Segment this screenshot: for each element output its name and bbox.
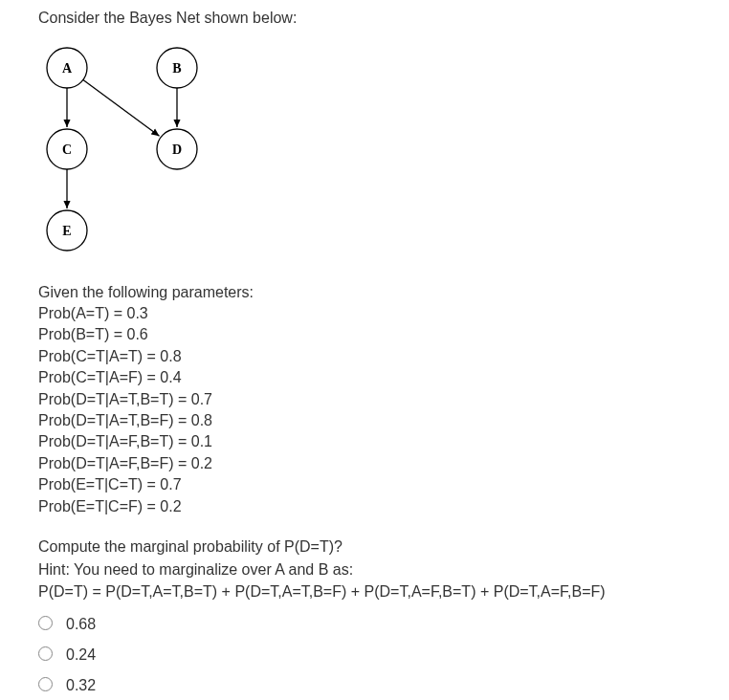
param-line: Prob(C=T|A=F) = 0.4 bbox=[38, 367, 691, 388]
param-line: Prob(D=T|A=T,B=T) = 0.7 bbox=[38, 389, 691, 410]
svg-text:A: A bbox=[62, 61, 73, 76]
param-line: Prob(D=T|A=F,B=F) = 0.2 bbox=[38, 453, 691, 474]
options-group: 0.680.240.320.76 bbox=[38, 616, 691, 700]
svg-text:B: B bbox=[172, 61, 181, 76]
param-line: Prob(D=T|A=F,B=T) = 0.1 bbox=[38, 431, 691, 452]
option-label: 0.32 bbox=[66, 677, 96, 694]
option-radio[interactable] bbox=[38, 646, 53, 661]
param-line: Prob(C=T|A=T) = 0.8 bbox=[38, 346, 691, 367]
param-line: Prob(D=T|A=T,B=F) = 0.8 bbox=[38, 410, 691, 431]
hint-line-1: Hint: You need to marginalize over A and… bbox=[38, 558, 691, 580]
svg-text:C: C bbox=[62, 142, 72, 157]
param-line: Prob(B=T) = 0.6 bbox=[38, 324, 691, 345]
option-row: 0.24 bbox=[38, 646, 691, 664]
bayes-net-diagram: ABCDE bbox=[38, 44, 691, 259]
compute-question: Compute the marginal probability of P(D=… bbox=[38, 538, 691, 556]
option-radio[interactable] bbox=[38, 677, 53, 691]
option-radio[interactable] bbox=[38, 616, 53, 630]
params-heading: Given the following parameters: bbox=[38, 284, 691, 301]
option-label: 0.68 bbox=[66, 616, 96, 633]
svg-text:E: E bbox=[62, 224, 71, 238]
option-row: 0.32 bbox=[38, 677, 691, 694]
question-prompt: Consider the Bayes Net shown below: bbox=[38, 10, 691, 27]
svg-line-1 bbox=[83, 79, 160, 136]
param-line: Prob(E=T|C=F) = 0.2 bbox=[38, 496, 691, 517]
hint-line-2: P(D=T) = P(D=T,A=T,B=T) + P(D=T,A=T,B=F)… bbox=[38, 580, 691, 602]
svg-text:D: D bbox=[172, 142, 182, 157]
param-line: Prob(E=T|C=T) = 0.7 bbox=[38, 474, 691, 495]
option-row: 0.68 bbox=[38, 616, 691, 633]
option-label: 0.24 bbox=[66, 646, 96, 664]
params-list: Prob(A=T) = 0.3Prob(B=T) = 0.6Prob(C=T|A… bbox=[38, 303, 691, 517]
param-line: Prob(A=T) = 0.3 bbox=[38, 303, 691, 324]
